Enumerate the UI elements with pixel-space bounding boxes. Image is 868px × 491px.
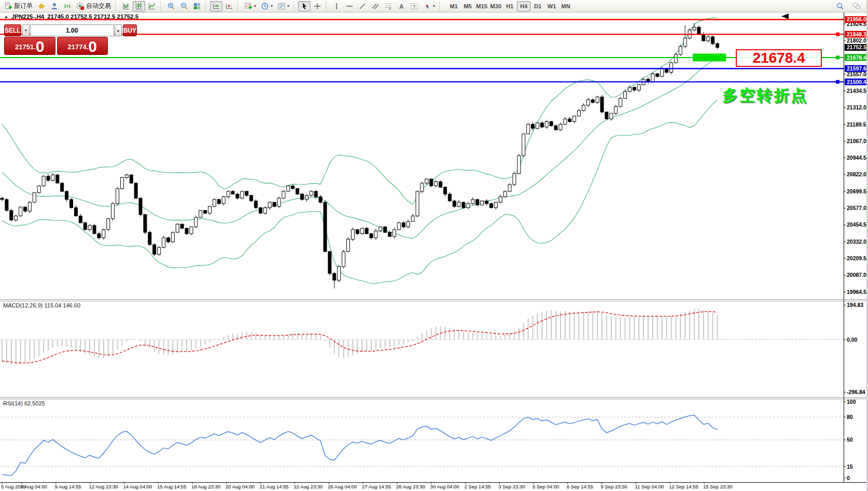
tiles-icon <box>193 2 201 10</box>
svg-text:21067.0: 21067.0 <box>847 138 866 144</box>
cursor-button[interactable] <box>298 1 311 11</box>
sell-price: 21751. <box>15 41 36 53</box>
zoom-in-icon <box>167 2 175 10</box>
svg-text:80: 80 <box>847 414 853 420</box>
zoom-out-icon <box>180 2 188 10</box>
toolbar-separator <box>326 2 328 11</box>
svg-text:12 Sep 14:55: 12 Sep 14:55 <box>669 484 698 489</box>
svg-text:194.83: 194.83 <box>847 302 863 308</box>
svg-text:11 Sep 04:00: 11 Sep 04:00 <box>635 484 664 489</box>
tile-windows-button[interactable] <box>191 1 203 11</box>
bar-chart-button[interactable] <box>120 1 132 11</box>
symbol-period: JPN225-,H4 <box>11 13 44 20</box>
autotrading-icon <box>76 2 85 10</box>
auto-scroll-icon <box>212 2 220 10</box>
macd-indicator-label: MACD(12,26,9) 115.04 146.60 <box>3 302 80 308</box>
horizontal-line-button[interactable] <box>343 1 356 11</box>
gold-book-icon <box>37 2 46 10</box>
timeframe-h1[interactable]: H1 <box>503 1 516 11</box>
search-icon <box>836 2 844 10</box>
svg-text:20577.0: 20577.0 <box>847 205 866 211</box>
arrows-button[interactable]: ▾ <box>421 1 437 11</box>
periods-button[interactable]: ▾ <box>259 1 275 11</box>
market-watch-button[interactable] <box>35 1 48 11</box>
svg-text:T: T <box>413 4 416 9</box>
auto-scroll-button[interactable] <box>210 1 222 11</box>
crosshair-icon <box>313 2 321 10</box>
svg-text:21678.4: 21678.4 <box>847 54 866 61</box>
timeframe-m1[interactable]: M1 <box>447 1 460 11</box>
text-label-button[interactable]: T <box>408 1 421 11</box>
chart-canvas[interactable]: 21924.521802.021557.021434.521312.021189… <box>0 0 868 491</box>
svg-text:0.00: 0.00 <box>847 336 858 343</box>
svg-text:2 Sep 14:55: 2 Sep 14:55 <box>464 484 491 489</box>
indicators-icon <box>244 2 253 10</box>
toolbar-separator <box>205 2 208 11</box>
svg-text:20822.0: 20822.0 <box>847 171 866 177</box>
crosshair-button[interactable] <box>311 1 324 11</box>
toolbar-right <box>834 1 866 11</box>
svg-text:20087.0: 20087.0 <box>847 272 866 278</box>
svg-text:6 Sep 14:55: 6 Sep 14:55 <box>567 484 593 489</box>
timeframe-w1[interactable]: W1 <box>545 1 558 11</box>
collapse-panel-icon[interactable]: ▲ <box>4 15 8 19</box>
svg-text:21597.6: 21597.6 <box>847 65 866 72</box>
chat-icon <box>852 2 861 10</box>
timeframe-m5[interactable]: M5 <box>461 1 474 11</box>
vertical-line-button[interactable] <box>330 1 343 11</box>
timeframe-m15[interactable]: M15 <box>475 1 488 11</box>
svg-text:21434.5: 21434.5 <box>847 88 866 94</box>
channel-icon <box>371 2 380 10</box>
timeframe-mn[interactable]: MN <box>559 1 572 11</box>
volume-decrease-button[interactable]: ▼ <box>22 24 30 36</box>
svg-text:-296.84: -296.84 <box>847 389 865 395</box>
svg-text:5 Sep 04:00: 5 Sep 04:00 <box>533 484 559 489</box>
time-axis: 5 Aug 20198 Aug 04:009 Aug 14:5512 Aug 2… <box>1 482 733 489</box>
svg-text:20699.5: 20699.5 <box>847 188 866 194</box>
text-button[interactable]: A <box>395 1 408 11</box>
svg-text:100: 100 <box>847 399 856 405</box>
zoom-in-button[interactable] <box>165 1 177 11</box>
svg-text:21956.0: 21956.0 <box>847 16 866 22</box>
chart-title: ▲ JPN225-,H4 21745.0 21752.5 21712.5 217… <box>4 13 138 20</box>
templates-button[interactable]: ▾ <box>275 1 291 11</box>
svg-text:19964.5: 19964.5 <box>847 289 866 295</box>
autotrading-button[interactable]: 自动交易 <box>74 1 113 11</box>
buy-price-box[interactable]: 21774.0 <box>57 37 108 55</box>
zoom-out-button[interactable] <box>178 1 190 11</box>
svg-text:20332.0: 20332.0 <box>847 239 866 245</box>
signals-button[interactable] <box>61 1 74 11</box>
timeframe-h4[interactable]: H4 <box>517 1 530 11</box>
new-order-button[interactable]: 新订单 <box>2 1 35 11</box>
bars-icon <box>122 2 130 10</box>
chart-shift-button[interactable] <box>223 1 235 11</box>
indicators-button[interactable]: ▾ <box>242 1 258 11</box>
line-chart-button[interactable] <box>146 1 158 11</box>
new-order-icon <box>4 2 12 10</box>
volume-increase-button[interactable]: ▲ <box>115 24 122 36</box>
trendline-button[interactable] <box>356 1 369 11</box>
fibo-icon: F <box>384 2 393 10</box>
buy-button[interactable]: BUY <box>123 24 137 36</box>
sell-button[interactable]: SELL <box>4 24 21 36</box>
chat-button[interactable] <box>850 1 863 11</box>
fibonacci-button[interactable]: F <box>382 1 395 11</box>
svg-text:14 Aug 04:00: 14 Aug 04:00 <box>123 484 152 489</box>
search-button[interactable] <box>834 1 846 11</box>
sell-price-box[interactable]: 21751.0 <box>4 37 55 55</box>
candlestick-chart-button[interactable] <box>133 1 145 11</box>
svg-text:9 Aug 14:55: 9 Aug 14:55 <box>55 484 81 489</box>
toolbar-separator <box>237 2 240 11</box>
sell-price-pip: 0 <box>36 40 45 53</box>
svg-text:A: A <box>399 3 404 10</box>
data-window-button[interactable] <box>48 1 61 11</box>
one-click-trading-panel: SELL ▼ ▲ BUY 21751.0 21774.0 <box>4 24 108 55</box>
text-a-icon: A <box>397 2 405 10</box>
volume-input[interactable] <box>30 24 114 36</box>
timeframe-m30[interactable]: M30 <box>489 1 502 11</box>
channel-button[interactable] <box>369 1 382 11</box>
toolbar: 新订单自动交易▾▾▾FAT▾M1M5M15M30H1H4D1W1MN <box>0 0 868 12</box>
svg-text:26 Aug 04:00: 26 Aug 04:00 <box>328 484 357 489</box>
cursor-icon <box>300 2 309 10</box>
timeframe-d1[interactable]: D1 <box>531 1 544 11</box>
